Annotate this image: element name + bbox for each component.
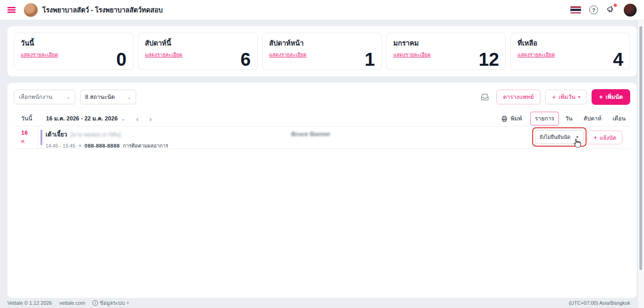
show-details-link[interactable]: แสดงรายละเอียด bbox=[393, 51, 431, 59]
site-link[interactable]: vettale.com bbox=[59, 300, 85, 306]
stats-panel: วันนี้ แสดงรายละเอียด 0 สัปดาห์นี้ แสดงร… bbox=[7, 26, 637, 76]
appointment-time: 14:45 - 15:45 bbox=[46, 143, 75, 148]
show-details-link[interactable]: แสดงรายละเอียด bbox=[269, 51, 306, 59]
stat-card-today: วันนี้ แสดงรายละเอียด 0 bbox=[14, 33, 133, 70]
owner-name-blurred: [นาย ทดสอบ อาร์ตัน] bbox=[70, 130, 121, 139]
caret-up-icon: ˄ bbox=[126, 301, 129, 305]
doctor-schedule-label: ตารางแพทย์ bbox=[503, 92, 534, 102]
stat-value: 4 bbox=[613, 50, 623, 68]
scrollbar-track[interactable] bbox=[638, 20, 644, 308]
staff-filter-placeholder: เลือกพนักงาน bbox=[19, 92, 52, 102]
prev-week-arrow[interactable]: ‹ bbox=[136, 115, 138, 123]
notify-appointment-button[interactable]: + แจ้งนัด bbox=[587, 131, 622, 144]
stat-title: ที่เหลือ bbox=[518, 38, 623, 49]
stat-value: 6 bbox=[241, 50, 251, 68]
schedule-panel: เลือกพนักงาน ⌄ 8 สถานะนัด ⌄ ตารางแพทย์ bbox=[7, 83, 637, 298]
caret-down-icon: ▼ bbox=[575, 135, 579, 139]
timezone-label: (UTC+07:00) Asia/Bangkok bbox=[569, 300, 630, 306]
help-icon[interactable]: ? bbox=[589, 6, 598, 14]
printer-icon bbox=[501, 115, 508, 122]
add-day-button[interactable]: + เพิ่มวัน ▾ bbox=[545, 90, 587, 104]
pet-name: เต้าเจี้ยว bbox=[46, 130, 67, 139]
today-button[interactable]: วันนี้ bbox=[21, 114, 32, 123]
info-icon: i bbox=[92, 300, 98, 306]
show-details-link[interactable]: แสดงรายละเอียด bbox=[518, 51, 555, 59]
footer: Vettale © 1.12 2026 vettale.com i ข้อมูล… bbox=[7, 298, 630, 308]
phone-number: 088-888-8888 bbox=[85, 143, 120, 148]
inbox-tray-icon[interactable] bbox=[480, 92, 490, 102]
separator-dot bbox=[79, 144, 81, 147]
print-button[interactable]: พิมพ์ bbox=[501, 114, 522, 123]
appointment-date-cell: 16 ศ. bbox=[14, 126, 38, 149]
thai-flag-icon[interactable] bbox=[570, 6, 581, 13]
appointment-status-select[interactable]: ยังไม่ยืนยันนัด ▼ bbox=[535, 130, 584, 144]
system-info-toggle[interactable]: i ข้อมูลระบบ ˄ bbox=[92, 299, 129, 307]
scrollbar-thumb[interactable] bbox=[639, 26, 642, 270]
stat-title: สัปดาห์นี้ bbox=[145, 38, 251, 49]
hamburger-menu-icon[interactable] bbox=[7, 7, 16, 13]
schedule-toolbar: เลือกพนักงาน ⌄ 8 สถานะนัด ⌄ ตารางแพทย์ bbox=[14, 89, 630, 105]
view-tab-list[interactable]: รายการ bbox=[530, 112, 559, 125]
stat-card-this-week: สัปดาห์นี้ แสดงรายละเอียด 6 bbox=[138, 33, 258, 70]
chevron-down-icon: ⌄ bbox=[127, 95, 131, 100]
plus-icon: + bbox=[599, 94, 603, 100]
top-bar-right: ? bbox=[570, 4, 637, 17]
user-avatar[interactable] bbox=[624, 4, 637, 17]
chevron-down-icon: ⌄ bbox=[67, 95, 70, 100]
staff-name-blurred: Bruce Banner bbox=[291, 131, 330, 137]
status-value: ยังไม่ยืนยันนัด bbox=[540, 133, 570, 141]
chevron-down-icon[interactable]: ⌄ bbox=[121, 116, 125, 121]
view-tab-week[interactable]: สัปดาห์ bbox=[579, 112, 606, 125]
next-week-arrow[interactable]: › bbox=[150, 115, 152, 123]
copyright-text: Vettale © 1.12 2026 bbox=[7, 300, 52, 306]
notification-dot bbox=[614, 4, 617, 7]
stat-value: 12 bbox=[479, 50, 500, 68]
stat-card-next-week: สัปดาห์หน้า แสดงรายละเอียด 1 bbox=[262, 33, 382, 70]
plus-icon: + bbox=[593, 134, 597, 141]
appointment-accent-bar bbox=[40, 130, 42, 145]
stat-title: สัปดาห์หน้า bbox=[269, 38, 375, 49]
clinic-avatar[interactable] bbox=[24, 3, 38, 17]
print-label: พิมพ์ bbox=[511, 114, 522, 123]
view-tab-month[interactable]: เดือน bbox=[608, 112, 630, 125]
announcements-icon[interactable] bbox=[606, 5, 615, 16]
stat-title: มกราคม bbox=[393, 38, 499, 49]
toolbar-right: ตารางแพทย์ + เพิ่มวัน ▾ + เพิ่มนัด bbox=[480, 89, 631, 105]
page: โรงพยาบาลสัตว์ - โรงพยาบาลสัตว์ทดสอบ ? ว… bbox=[0, 0, 644, 308]
doctor-schedule-button[interactable]: ตารางแพทย์ bbox=[496, 90, 541, 104]
stat-card-remaining: ที่เหลือ แสดงรายละเอียด 4 bbox=[511, 33, 630, 70]
system-info-label: ข้อมูลระบบ bbox=[100, 299, 125, 307]
add-appointment-label: เพิ่มนัด bbox=[606, 92, 623, 102]
top-bar: โรงพยาบาลสัตว์ - โรงพยาบาลสัตว์ทดสอบ ? bbox=[0, 0, 644, 20]
notify-label: แจ้งนัด bbox=[599, 133, 616, 142]
view-tab-day[interactable]: วัน bbox=[561, 112, 577, 125]
date-navigation: วันนี้ 16 ม.ค. 2026 - 22 ม.ค. 2026 ⌄ ‹ ›… bbox=[14, 111, 630, 126]
add-appointment-button[interactable]: + เพิ่มนัด bbox=[592, 89, 630, 105]
date-range-label[interactable]: 16 ม.ค. 2026 - 22 ม.ค. 2026 bbox=[46, 114, 118, 123]
status-filter-value: 8 สถานะนัด bbox=[85, 92, 115, 102]
clinic-title: โรงพยาบาลสัตว์ - โรงพยาบาลสัตว์ทดสอบ bbox=[42, 5, 163, 15]
visit-type: การติดตามผลอาการ bbox=[123, 142, 168, 150]
stat-card-month: มกราคม แสดงรายละเอียด 12 bbox=[386, 33, 506, 70]
add-day-label: เพิ่มวัน bbox=[559, 92, 575, 102]
stat-title: วันนี้ bbox=[21, 38, 126, 49]
show-details-link[interactable]: แสดงรายละเอียด bbox=[21, 51, 58, 59]
appointment-row[interactable]: 16 ศ. เต้าเจี้ยว [นาย ทดสอบ อาร์ตัน] 14:… bbox=[14, 126, 630, 149]
day-number: 16 bbox=[21, 129, 37, 137]
caret-down-icon: ▾ bbox=[578, 95, 581, 99]
day-abbreviation: ศ. bbox=[21, 137, 37, 145]
stat-value: 0 bbox=[116, 50, 126, 68]
status-filter-select[interactable]: 8 สถานะนัด ⌄ bbox=[80, 90, 136, 104]
view-switcher: พิมพ์ รายการ วัน สัปดาห์ เดือน bbox=[501, 112, 630, 125]
staff-filter-select[interactable]: เลือกพนักงาน ⌄ bbox=[14, 90, 75, 104]
show-details-link[interactable]: แสดงรายละเอียด bbox=[145, 51, 182, 59]
stat-value: 1 bbox=[365, 50, 375, 68]
appointment-details: เต้าเจี้ยว [นาย ทดสอบ อาร์ตัน] 14:45 - 1… bbox=[46, 130, 168, 150]
plus-icon: + bbox=[552, 94, 556, 100]
status-highlight-box: ยังไม่ยืนยันนัด ▼ bbox=[532, 127, 586, 147]
